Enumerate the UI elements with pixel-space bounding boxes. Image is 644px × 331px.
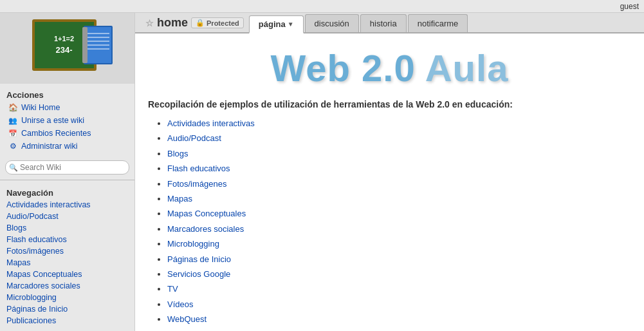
- nav-link-actividades[interactable]: Actividades interactivas: [0, 199, 134, 211]
- gear-icon: [8, 141, 18, 151]
- tab-notificarme[interactable]: notificarme: [408, 14, 468, 32]
- search-box: 🔍: [5, 160, 129, 175]
- tab-discusion[interactable]: discusión: [305, 14, 359, 32]
- content-area: ☆ home 🔒 Protected página ▼ discusión hi…: [135, 13, 644, 331]
- list-item: WebQuest: [167, 312, 631, 326]
- chevron-down-icon: ▼: [288, 21, 294, 28]
- content-links-list: Actividades interactivas Audio/Podcast B…: [148, 116, 631, 331]
- link-paginas[interactable]: Páginas de Inicio: [167, 254, 231, 264]
- sidebar-item-admin[interactable]: Administrar wiki: [0, 140, 134, 153]
- list-item: Mapas: [167, 191, 631, 206]
- page-description: Recopilación de ejemplos de utilización …: [148, 99, 631, 109]
- list-item: Vídeos: [167, 297, 631, 312]
- list-item: Audio/Podcast: [167, 131, 631, 146]
- nav-link-publicaciones[interactable]: Publicaciones: [0, 315, 134, 326]
- list-item: Flash educativos: [167, 161, 631, 176]
- sidebar-item-cambios[interactable]: Cambios Recientes: [0, 127, 134, 140]
- list-item: Actividades interactivas: [167, 116, 631, 131]
- link-servicios[interactable]: Servicios Google: [167, 269, 230, 279]
- link-mapas-conceptuales[interactable]: Mapas Conceptuales: [167, 209, 246, 218]
- star-icon: ☆: [145, 18, 154, 28]
- tab-pagina[interactable]: página ▼: [249, 15, 304, 33]
- link-videos[interactable]: Vídeos: [167, 299, 193, 309]
- logo-area: 1+1=2234-: [0, 13, 134, 84]
- banner-title: Web 2.0 Aula: [148, 46, 631, 90]
- acciones-section: Acciones Wiki Home Unirse a este wiki Ca…: [0, 84, 134, 156]
- home-label[interactable]: home: [157, 16, 188, 30]
- sidebar-item-wiki-home[interactable]: Wiki Home: [0, 101, 134, 114]
- calendar-icon: [8, 128, 18, 138]
- link-blogs[interactable]: Blogs: [167, 149, 189, 158]
- tab-historia-label: historia: [370, 19, 397, 28]
- admin-label: Administrar wiki: [21, 142, 78, 151]
- home-icon: [8, 102, 18, 113]
- nav-link-marcadores[interactable]: Marcadores sociales: [0, 280, 134, 292]
- nav-link-microblogging[interactable]: Microblogging: [0, 292, 134, 303]
- acciones-title: Acciones: [0, 88, 134, 101]
- nav-link-fotos[interactable]: Fotos/imágenes: [0, 245, 134, 257]
- username-label: guest: [620, 2, 639, 11]
- divider: [0, 180, 134, 180]
- home-tab-group: ☆ home 🔒 Protected: [140, 14, 249, 32]
- link-marcadores[interactable]: Marcadores sociales: [167, 224, 244, 234]
- link-mapas[interactable]: Mapas: [167, 194, 192, 203]
- wiki-home-label: Wiki Home: [21, 103, 60, 112]
- banner-web-text: Web 2.0: [271, 47, 425, 89]
- tab-historia[interactable]: historia: [360, 14, 407, 32]
- list-item: Marcadores sociales: [167, 222, 631, 236]
- tab-pagina-label: página: [259, 19, 286, 29]
- join-wiki-label: Unirse a este wiki: [21, 116, 84, 125]
- nav-link-flash[interactable]: Flash educativos: [0, 234, 134, 245]
- nav-link-mapas-conceptuales[interactable]: Mapas Conceptuales: [0, 269, 134, 280]
- lock-icon: 🔒: [196, 19, 205, 27]
- notebook-decoration: [84, 26, 113, 64]
- navegacion-section: Navegación Actividades interactivas Audi…: [0, 182, 134, 330]
- list-item: Páginas de Inicio: [167, 252, 631, 267]
- link-webquest[interactable]: WebQuest: [167, 314, 207, 324]
- top-bar: guest: [0, 0, 644, 13]
- nav-link-paginas[interactable]: Páginas de Inicio: [0, 303, 134, 315]
- tab-notificarme-label: notificarme: [418, 19, 459, 28]
- tab-discusion-label: discusión: [315, 19, 349, 28]
- page-content: Web 2.0 Aula Recopilación de ejemplos de…: [135, 33, 644, 331]
- list-item: Microblogging: [167, 236, 631, 251]
- list-item: Servicios Google: [167, 267, 631, 281]
- link-microblogging[interactable]: Microblogging: [167, 239, 219, 249]
- search-input[interactable]: [5, 160, 129, 175]
- sidebar-item-join-wiki[interactable]: Unirse a este wiki: [0, 114, 134, 127]
- nav-link-mapas[interactable]: Mapas: [0, 257, 134, 269]
- tab-bar: ☆ home 🔒 Protected página ▼ discusión hi…: [135, 13, 644, 33]
- link-fotos[interactable]: Fotos/imágenes: [167, 179, 227, 189]
- nav-link-blogs[interactable]: Blogs: [0, 222, 134, 234]
- list-item: Blogs: [167, 146, 631, 161]
- cambios-label: Cambios Recientes: [21, 129, 91, 138]
- main-layout: 1+1=2234- Acciones Wik: [0, 13, 644, 331]
- list-item: Mapas Conceptuales: [167, 206, 631, 221]
- list-item: Fotos/imágenes: [167, 176, 631, 191]
- navegacion-title: Navegación: [0, 185, 134, 199]
- nav-link-audio[interactable]: Audio/Podcast: [0, 211, 134, 222]
- link-actividades[interactable]: Actividades interactivas: [167, 118, 255, 128]
- link-audio[interactable]: Audio/Podcast: [167, 133, 221, 143]
- page-banner: Web 2.0 Aula: [148, 40, 631, 99]
- link-tv[interactable]: TV: [167, 284, 178, 294]
- protected-badge: 🔒 Protected: [191, 17, 244, 28]
- list-item: Wikis: [167, 326, 631, 331]
- link-flash[interactable]: Flash educativos: [167, 164, 230, 173]
- search-icon: 🔍: [9, 164, 18, 172]
- users-icon: [8, 115, 18, 126]
- sidebar: 1+1=2234- Acciones Wik: [0, 13, 135, 331]
- protected-label: Protected: [207, 19, 239, 27]
- banner-aula-text: Aula: [425, 47, 509, 89]
- list-item: TV: [167, 281, 631, 296]
